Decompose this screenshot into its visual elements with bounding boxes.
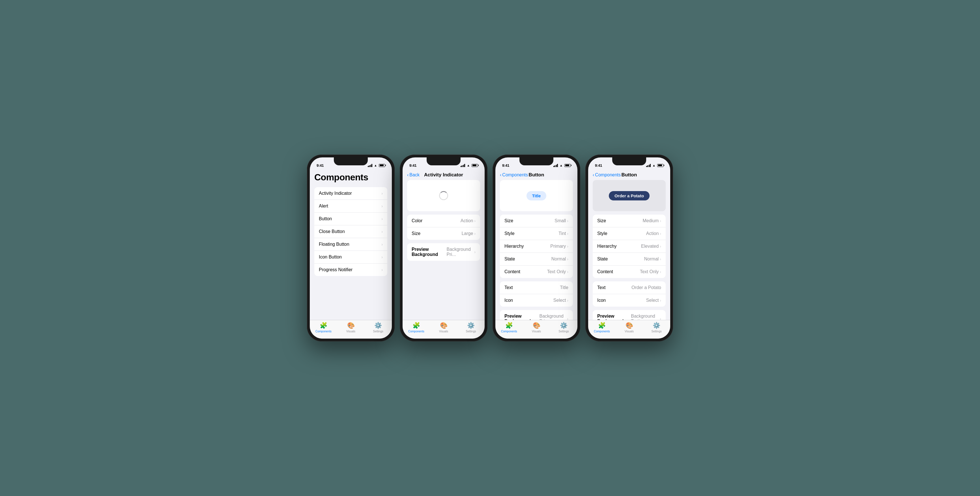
tab-label-components-2: Components xyxy=(408,330,424,333)
components-icon-1: 🧩 xyxy=(320,322,327,329)
status-icons-4: ▲ xyxy=(646,164,663,167)
tab-bar-3: 🧩 Components 🎨 Visuals ⚙️ Settings xyxy=(495,320,578,338)
nav-title-3: Button xyxy=(529,172,544,178)
list-item-style-4[interactable]: Style Action › xyxy=(593,227,666,240)
list-right-hierarchy-4: Elevated › xyxy=(641,244,661,249)
tab-settings-4[interactable]: ⚙️ Settings xyxy=(643,322,670,333)
screen-content-3: Title Size Small › Style Tint xyxy=(495,180,578,320)
nav-back-2[interactable]: ‹ Back xyxy=(407,172,420,177)
tab-label-components-1: Components xyxy=(315,330,332,333)
battery-icon-3 xyxy=(565,164,571,167)
chevron-size-2: › xyxy=(474,231,476,236)
value-content-3: Text Only xyxy=(547,269,566,274)
tab-settings-2[interactable]: ⚙️ Settings xyxy=(457,322,485,333)
list-item-activity[interactable]: Activity Indicator › xyxy=(314,187,387,200)
list-item-hierarchy-3[interactable]: Hierarchy Primary › xyxy=(500,240,573,253)
tab-visuals-4[interactable]: 🎨 Visuals xyxy=(616,322,643,333)
list-item-progress[interactable]: Progress Notifier › xyxy=(314,263,387,276)
phone-1: 9:41 ▲ Components xyxy=(307,155,395,341)
list-card-2b: Preview Background Background Pri... › xyxy=(407,243,480,261)
value-preview-bg-2: Background Pri... xyxy=(446,247,473,257)
tab-visuals-2[interactable]: 🎨 Visuals xyxy=(430,322,457,333)
list-item-icon-4[interactable]: Icon Select › xyxy=(593,294,666,306)
chevron-icon-3: › xyxy=(567,298,568,303)
battery-icon-1 xyxy=(379,164,385,167)
status-time-4: 9:41 xyxy=(595,163,602,167)
preview-button-4[interactable]: Order a Potato xyxy=(609,191,649,201)
screen-content-2: Color Action › Size Large › xyxy=(402,180,485,320)
value-text-4: Order a Potato xyxy=(632,285,661,290)
list-item-state-4[interactable]: State Normal › xyxy=(593,253,666,266)
tab-components-2[interactable]: 🧩 Components xyxy=(402,322,430,333)
tab-label-components-4: Components xyxy=(594,330,610,333)
status-time-3: 9:41 xyxy=(502,163,509,167)
tab-visuals-1[interactable]: 🎨 Visuals xyxy=(337,322,365,333)
list-label-floating: Floating Button xyxy=(319,242,349,247)
list-item-state-3[interactable]: State Normal › xyxy=(500,253,573,266)
list-right-size-3: Small › xyxy=(555,218,568,223)
nav-title-4: Button xyxy=(622,172,637,178)
chevron-progress: › xyxy=(381,268,383,272)
list-item-preview-bg-2[interactable]: Preview Background Background Pri... › xyxy=(407,243,480,261)
chevron-alert: › xyxy=(381,204,383,208)
back-chevron-3: ‹ xyxy=(500,173,501,177)
list-card-4a: Size Medium › Style Action › xyxy=(593,215,666,278)
preview-button-3[interactable]: Title xyxy=(527,191,547,201)
status-icons-3: ▲ xyxy=(554,164,571,167)
value-state-3: Normal xyxy=(551,257,566,262)
list-label-alert: Alert xyxy=(319,204,328,209)
notch xyxy=(334,158,368,165)
list-label-hierarchy-3: Hierarchy xyxy=(504,244,523,249)
list-item-color[interactable]: Color Action › xyxy=(407,215,480,227)
list-item-content-3[interactable]: Content Text Only › xyxy=(500,266,573,278)
list-item-size-4[interactable]: Size Medium › xyxy=(593,215,666,227)
tab-settings-1[interactable]: ⚙️ Settings xyxy=(364,322,392,333)
chevron-size-4: › xyxy=(660,218,661,223)
chevron-icon-4: › xyxy=(660,298,661,303)
chevron-size-3: › xyxy=(567,218,568,223)
list-label-size-2: Size xyxy=(412,231,420,236)
list-item-text-3[interactable]: Text Title xyxy=(500,281,573,294)
tab-bar-2: 🧩 Components 🎨 Visuals ⚙️ Settings xyxy=(402,320,485,338)
value-preview-bg-4: Background Terti... xyxy=(631,314,659,320)
chevron-preview-bg-3: › xyxy=(567,316,568,320)
tab-components-1[interactable]: 🧩 Components xyxy=(310,322,337,333)
tab-settings-3[interactable]: ⚙️ Settings xyxy=(550,322,578,333)
list-item-preview-bg-3[interactable]: Preview Background Background Pri... › xyxy=(500,310,573,320)
list-item-button[interactable]: Button › xyxy=(314,213,387,225)
value-style-4: Action xyxy=(646,231,659,236)
battery-icon-4 xyxy=(657,164,663,167)
list-item-icon-button[interactable]: Icon Button › xyxy=(314,251,387,263)
list-item-size-2[interactable]: Size Large › xyxy=(407,227,480,240)
tab-label-settings-2: Settings xyxy=(466,330,476,333)
list-label-style-3: Style xyxy=(504,231,515,236)
list-item-close-button[interactable]: Close Button › xyxy=(314,225,387,238)
nav-back-4[interactable]: ‹ Components xyxy=(593,172,621,177)
list-item-hierarchy-4[interactable]: Hierarchy Elevated › xyxy=(593,240,666,253)
chevron-activity: › xyxy=(381,191,383,196)
settings-icon-3: ⚙️ xyxy=(560,322,568,329)
list-item-style-3[interactable]: Style Tint › xyxy=(500,227,573,240)
tab-visuals-3[interactable]: 🎨 Visuals xyxy=(523,322,550,333)
signal-bars-4 xyxy=(646,164,651,167)
nav-back-3[interactable]: ‹ Components xyxy=(500,172,528,177)
value-state-4: Normal xyxy=(644,257,659,262)
list-item-preview-bg-4[interactable]: Preview Background Background Terti... › xyxy=(593,310,666,320)
list-item-content-4[interactable]: Content Text Only › xyxy=(593,266,666,278)
list-right-text-4: Order a Potato xyxy=(632,285,661,290)
status-icons-2: ▲ xyxy=(461,164,478,167)
back-chevron-2: ‹ xyxy=(407,173,409,177)
tab-components-3[interactable]: 🧩 Components xyxy=(495,322,523,333)
screen-content-4: Order a Potato Size Medium › Style xyxy=(588,180,670,320)
list-item-icon-3[interactable]: Icon Select › xyxy=(500,294,573,306)
chevron-floating: › xyxy=(381,242,383,247)
list-item-floating[interactable]: Floating Button › xyxy=(314,238,387,251)
list-item-text-4[interactable]: Text Order a Potato xyxy=(593,281,666,294)
list-item-size-3[interactable]: Size Small › xyxy=(500,215,573,227)
list-card-3c: Preview Background Background Pri... › xyxy=(500,310,573,320)
tab-components-4[interactable]: 🧩 Components xyxy=(588,322,616,333)
list-item-alert[interactable]: Alert › xyxy=(314,200,387,213)
back-chevron-4: ‹ xyxy=(593,173,594,177)
notch-2 xyxy=(426,158,461,165)
list-card-4c: Preview Background Background Terti... › xyxy=(593,310,666,320)
